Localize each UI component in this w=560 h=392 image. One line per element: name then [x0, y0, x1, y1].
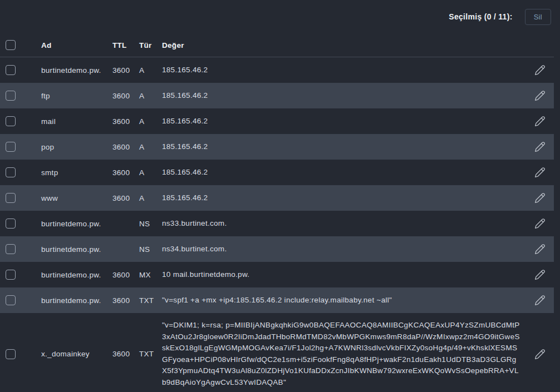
- table-body: burtinetdemo.pw. 3600 A 185.165.46.2 ftp…: [0, 57, 554, 392]
- table-header-row: Ad TTL Tür Değer: [0, 33, 554, 57]
- pencil-icon: [534, 192, 546, 204]
- select-all-checkbox[interactable]: [6, 40, 16, 50]
- record-type: TXT: [139, 296, 162, 305]
- pencil-icon: [534, 116, 546, 127]
- edit-record-button[interactable]: [534, 90, 546, 101]
- record-type: NS: [139, 220, 162, 228]
- column-header-value: Değer: [162, 41, 525, 49]
- record-value: 185.165.46.2: [162, 160, 208, 185]
- record-type: A: [139, 117, 162, 126]
- record-type: A: [139, 194, 162, 202]
- record-type: MX: [139, 271, 162, 279]
- record-value: 10 mail.burtinetdemo.pw.: [162, 262, 249, 287]
- pencil-icon: [534, 167, 546, 178]
- table-row: mail 3600 A 185.165.46.2: [0, 108, 554, 134]
- table-row: x._domainkey 3600 TXT "v=DKIM1; k=rsa; p…: [0, 313, 554, 392]
- row-checkbox[interactable]: [6, 91, 16, 101]
- pencil-icon: [534, 244, 546, 255]
- row-checkbox[interactable]: [6, 244, 16, 254]
- record-ttl: 3600: [112, 296, 139, 305]
- record-ttl: 3600: [112, 143, 139, 151]
- record-value: ns34.burtinet.com.: [162, 237, 227, 262]
- table-row: burtinetdemo.pw. 3600 A 185.165.46.2: [0, 57, 554, 83]
- record-type: A: [139, 168, 162, 177]
- record-type: TXT: [139, 350, 162, 358]
- edit-record-button[interactable]: [534, 141, 546, 152]
- record-ttl: 3600: [112, 66, 139, 75]
- edit-record-button[interactable]: [534, 64, 546, 76]
- edit-record-button[interactable]: [534, 269, 546, 280]
- record-value: 185.165.46.2: [162, 135, 208, 160]
- record-name: burtinetdemo.pw.: [41, 296, 112, 305]
- column-header-ttl: TTL: [112, 41, 139, 49]
- record-type: NS: [139, 245, 162, 254]
- row-checkbox[interactable]: [6, 349, 16, 359]
- record-value: 185.165.46.2: [162, 186, 208, 211]
- record-ttl: 3600: [112, 350, 139, 358]
- record-value: 185.165.46.2: [162, 109, 208, 134]
- record-name: burtinetdemo.pw.: [41, 220, 112, 228]
- row-checkbox[interactable]: [6, 167, 16, 177]
- row-checkbox[interactable]: [6, 219, 16, 229]
- table-row: smtp 3600 A 185.165.46.2: [0, 160, 554, 185]
- edit-record-button[interactable]: [534, 295, 546, 306]
- record-name: burtinetdemo.pw.: [41, 66, 112, 75]
- record-value: 185.165.46.2: [162, 58, 208, 83]
- record-ttl: 3600: [112, 117, 139, 126]
- record-value: "v=spf1 +a +mx +ip4:185.165.46.2 include…: [162, 288, 392, 313]
- pencil-icon: [534, 218, 546, 229]
- pencil-icon: [534, 141, 546, 152]
- column-header-name: Ad: [41, 41, 112, 49]
- record-value: ns33.burtinet.com.: [162, 211, 227, 236]
- record-name: www: [41, 194, 112, 202]
- record-ttl: 3600: [112, 92, 139, 100]
- row-checkbox[interactable]: [6, 142, 16, 152]
- edit-record-button[interactable]: [534, 167, 546, 178]
- table-row: www 3600 A 185.165.46.2: [0, 185, 554, 211]
- delete-button[interactable]: Sil: [525, 9, 551, 25]
- pencil-icon: [534, 64, 546, 76]
- edit-record-button[interactable]: [534, 349, 546, 360]
- record-name: x._domainkey: [41, 350, 112, 358]
- record-ttl: 3600: [112, 194, 139, 202]
- table-row: pop 3600 A 185.165.46.2: [0, 134, 554, 160]
- row-checkbox[interactable]: [6, 193, 16, 203]
- selection-toolbar: Seçilmiş (0 / 11): Sil: [0, 0, 560, 33]
- record-ttl: 3600: [112, 168, 139, 177]
- record-type: A: [139, 92, 162, 100]
- row-checkbox[interactable]: [6, 116, 16, 126]
- pencil-icon: [534, 349, 546, 360]
- record-value: 185.165.46.2: [162, 83, 208, 108]
- row-checkbox[interactable]: [6, 65, 16, 75]
- row-checkbox[interactable]: [6, 270, 16, 280]
- edit-record-button[interactable]: [534, 116, 546, 127]
- table-row: burtinetdemo.pw. NS ns33.burtinet.com.: [0, 211, 554, 236]
- table-row: burtinetdemo.pw. 3600 MX 10 mail.burtine…: [0, 262, 554, 287]
- record-ttl: 3600: [112, 271, 139, 279]
- record-value: "v=DKIM1; k=rsa; p=MIIBIjANBgkqhkiG9w0BA…: [162, 313, 521, 392]
- record-name: smtp: [41, 168, 112, 177]
- record-type: A: [139, 143, 162, 151]
- edit-record-button[interactable]: [534, 192, 546, 204]
- pencil-icon: [534, 269, 546, 280]
- table-row: ftp 3600 A 185.165.46.2: [0, 83, 554, 108]
- table-row: burtinetdemo.pw. NS ns34.burtinet.com.: [0, 236, 554, 262]
- row-checkbox[interactable]: [6, 295, 16, 305]
- edit-record-button[interactable]: [534, 244, 546, 255]
- column-header-type: Tür: [139, 41, 162, 49]
- dns-records-table: Ad TTL Tür Değer burtinetdemo.pw. 3600 A…: [0, 33, 554, 392]
- record-name: ftp: [41, 92, 112, 100]
- record-name: mail: [41, 117, 112, 126]
- edit-record-button[interactable]: [534, 218, 546, 229]
- pencil-icon: [534, 90, 546, 101]
- record-name: pop: [41, 143, 112, 151]
- table-row: burtinetdemo.pw. 3600 TXT "v=spf1 +a +mx…: [0, 287, 554, 313]
- record-name: burtinetdemo.pw.: [41, 245, 112, 254]
- record-type: A: [139, 66, 162, 75]
- selected-count-label: Seçilmiş (0 / 11):: [449, 12, 512, 21]
- record-name: burtinetdemo.pw.: [41, 271, 112, 279]
- pencil-icon: [534, 295, 546, 306]
